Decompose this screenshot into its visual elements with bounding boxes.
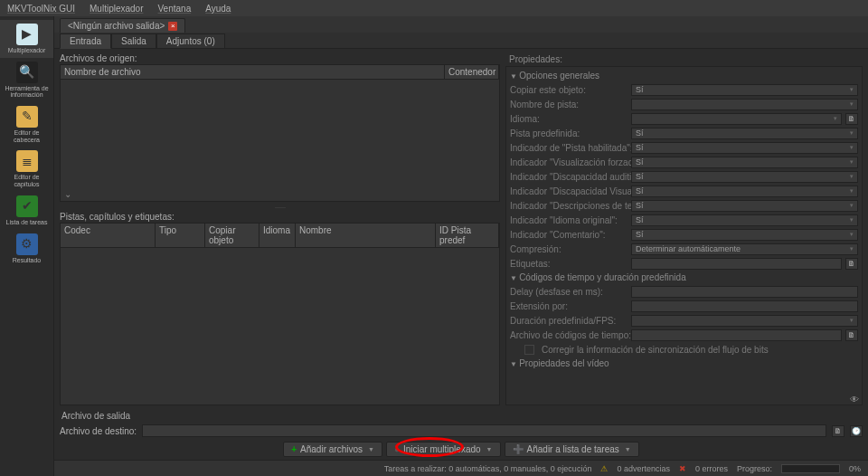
prop-label: Etiquetas: bbox=[510, 259, 627, 269]
prop-input[interactable]: Sí▾ bbox=[631, 157, 858, 168]
chevron-down-icon[interactable]: ▼ bbox=[368, 446, 374, 452]
warning-icon[interactable]: ⚠ bbox=[600, 464, 608, 473]
sidebar-item-5[interactable]: ⚙Resultado bbox=[0, 230, 53, 268]
sidebar-item-label: Resultado bbox=[13, 257, 42, 264]
col-codec[interactable]: Codec bbox=[61, 224, 156, 247]
add-queue-button[interactable]: ➕ Añadir a lista de tareas ▼ bbox=[505, 442, 639, 457]
chevron-down-icon[interactable]: ▼ bbox=[625, 446, 631, 452]
sources-list[interactable]: Nombre de archivo Contenedor ⌄ bbox=[60, 64, 500, 202]
col-type[interactable]: Tipo bbox=[156, 224, 205, 247]
section-video[interactable]: Propiedades del vídeo bbox=[510, 357, 858, 370]
chevron-down-icon: ▾ bbox=[850, 231, 854, 238]
tab-salida[interactable]: Salida bbox=[111, 33, 156, 48]
browse-icon[interactable]: 🗎 bbox=[845, 258, 858, 270]
splitter[interactable]: ⋯⋯ bbox=[60, 204, 500, 209]
menu-help[interactable]: Ayuda bbox=[205, 4, 231, 14]
prop-row: Indicador "Comentario":Sí▾ bbox=[510, 227, 858, 242]
prop-input[interactable] bbox=[631, 300, 858, 312]
prop-row: Idioma:▾🗎 bbox=[510, 111, 858, 126]
prop-row: Etiquetas:🗎 bbox=[510, 256, 858, 271]
prop-input[interactable]: Sí▾ bbox=[631, 84, 858, 96]
sidebar-item-3[interactable]: ≣Editor de capítulos bbox=[0, 147, 53, 191]
output-dest-field[interactable] bbox=[142, 424, 826, 437]
chevron-down-icon[interactable]: ▼ bbox=[486, 446, 493, 452]
menu-multiplexor[interactable]: Multiplexador bbox=[90, 4, 143, 14]
sidebar-item-2[interactable]: ✎Editor de cabecera bbox=[0, 102, 53, 147]
sources-header: Nombre de archivo Contenedor bbox=[61, 65, 499, 80]
add-files-button[interactable]: + Añadir archivos ▼ bbox=[283, 442, 382, 457]
prop-label: Idioma: bbox=[510, 114, 627, 124]
prop-label: Duración predefinida/FPS: bbox=[510, 316, 627, 326]
recent-output-icon[interactable]: 🕑 bbox=[850, 425, 863, 437]
chevron-down-icon: ▾ bbox=[850, 245, 854, 252]
prop-input[interactable]: ▾ bbox=[631, 113, 842, 125]
chevron-down-icon: ▾ bbox=[850, 187, 854, 195]
browse-icon[interactable]: 🗎 bbox=[845, 113, 858, 125]
prop-label: Pista predefinida: bbox=[510, 129, 627, 138]
section-general[interactable]: Opciones generales bbox=[510, 69, 858, 82]
sidebar-item-label: Herramienta de información bbox=[2, 85, 52, 99]
col-trackid[interactable]: ID Pista predef bbox=[436, 224, 499, 247]
col-copy[interactable]: Copiar objeto bbox=[205, 224, 259, 247]
sidebar-item-label: Multiplexador bbox=[8, 47, 46, 54]
prop-label: Delay (desfase en ms): bbox=[510, 287, 627, 297]
sidebar-item-0[interactable]: ▶Multiplexador bbox=[0, 20, 53, 58]
chevron-down-icon[interactable]: ⌄ bbox=[64, 189, 71, 199]
chevron-down-icon: ▾ bbox=[850, 144, 854, 151]
tab-adjuntos[interactable]: Adjuntos (0) bbox=[156, 33, 225, 48]
error-icon[interactable]: ✖ bbox=[679, 464, 686, 473]
prop-input[interactable]: ▾ bbox=[631, 99, 858, 110]
prop-input[interactable] bbox=[631, 329, 842, 341]
status-errors[interactable]: 0 errores bbox=[695, 464, 728, 473]
prop-input[interactable]: Sí▾ bbox=[631, 128, 858, 139]
prop-input[interactable] bbox=[631, 258, 842, 270]
prop-row: Delay (desfase en ms): bbox=[510, 284, 858, 299]
chevron-down-icon: ▾ bbox=[834, 115, 837, 122]
col-lang[interactable]: Idioma bbox=[259, 224, 296, 247]
prop-row: Duración predefinida/FPS:▾ bbox=[510, 313, 858, 328]
prop-input[interactable]: Sí▾ bbox=[631, 200, 858, 212]
prop-label: Indicador "Descripciones de texto": bbox=[510, 201, 627, 211]
prop-input[interactable]: Sí▾ bbox=[631, 214, 858, 226]
close-icon[interactable]: × bbox=[168, 22, 177, 31]
tracks-list[interactable]: Codec Tipo Copiar objeto Idioma Nombre I… bbox=[60, 223, 500, 405]
col-name[interactable]: Nombre bbox=[296, 224, 436, 247]
chevron-down-icon: ▾ bbox=[850, 216, 854, 224]
fix-timing-checkbox[interactable] bbox=[524, 345, 534, 355]
chevron-down-icon: ▾ bbox=[850, 202, 854, 209]
prop-row: Nombre de pista:▾ bbox=[510, 97, 858, 111]
prop-row: Indicador "Visualización forzada":Sí▾ bbox=[510, 155, 858, 169]
prop-input[interactable]: Sí▾ bbox=[631, 171, 858, 183]
col-filename[interactable]: Nombre de archivo bbox=[61, 65, 445, 79]
prop-label: Indicador "Discapacidad Visual": bbox=[510, 186, 627, 196]
tracks-label: Pistas, capítulos y etiquetas: bbox=[60, 211, 500, 223]
file-tab[interactable]: <Ningún archivo salida> × bbox=[60, 18, 185, 33]
sidebar-item-1[interactable]: 🔍Herramienta de información bbox=[0, 58, 53, 102]
section-timing[interactable]: Códigos de tiempo y duración predefinida bbox=[510, 271, 858, 284]
file-tab-label: <Ningún archivo salida> bbox=[68, 21, 165, 31]
prop-row: Compresión:Determinar automáticamente▾ bbox=[510, 242, 858, 256]
col-container[interactable]: Contenedor bbox=[445, 65, 499, 79]
add-files-label: Añadir archivos bbox=[300, 444, 363, 454]
prop-input[interactable]: Sí▾ bbox=[631, 229, 858, 241]
sidebar-item-label: Editor de cabecera bbox=[2, 129, 52, 143]
output-dest-label: Archivo de destino: bbox=[60, 426, 137, 436]
prop-row: Indicador de "Pista habilitada":Sí▾ bbox=[510, 140, 858, 155]
status-warnings[interactable]: 0 advertencias bbox=[617, 464, 670, 473]
sidebar-icon: 🔍 bbox=[16, 62, 38, 83]
prop-input[interactable]: ▾ bbox=[631, 315, 858, 327]
chevron-down-icon: ▾ bbox=[850, 86, 854, 93]
prop-input[interactable]: Sí▾ bbox=[631, 186, 858, 197]
start-mux-button[interactable]: ● Iniciar multiplexado ▼ bbox=[386, 442, 501, 457]
prop-input[interactable]: Determinar automáticamente▾ bbox=[631, 243, 858, 255]
sidebar-item-4[interactable]: ✔Lista de tareas bbox=[0, 192, 53, 230]
eye-icon[interactable]: 👁 bbox=[850, 395, 859, 405]
tab-entrada[interactable]: Entrada bbox=[60, 33, 111, 49]
browse-icon[interactable]: 🗎 bbox=[845, 329, 858, 341]
file-tabbar: <Ningún archivo salida> × bbox=[54, 16, 868, 33]
prop-input[interactable]: Sí▾ bbox=[631, 142, 858, 154]
prop-input[interactable] bbox=[631, 286, 858, 298]
browse-output-icon[interactable]: 🗎 bbox=[832, 425, 844, 437]
record-icon: ● bbox=[394, 444, 400, 454]
menu-window[interactable]: Ventana bbox=[158, 4, 192, 14]
